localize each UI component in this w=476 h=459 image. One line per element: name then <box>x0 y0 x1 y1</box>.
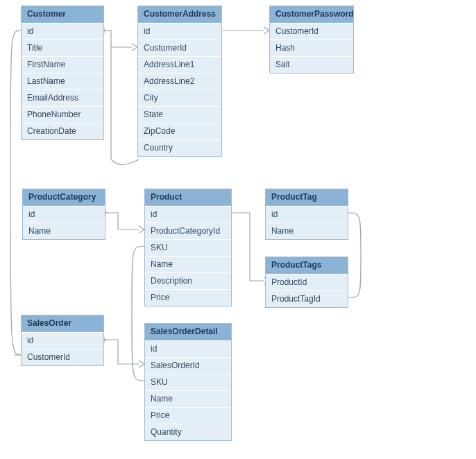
entity-field: id <box>266 206 348 223</box>
entity-field: Hash <box>270 40 353 56</box>
entity-field: id <box>22 332 103 349</box>
entity-field: id <box>145 340 231 357</box>
entity-field: CustomerId <box>22 349 103 365</box>
entity-field: SalesOrderId <box>145 357 231 374</box>
entity-field: Salt <box>270 56 353 73</box>
entity-field: Price <box>145 407 231 424</box>
entity-header: ProductTag <box>266 189 348 206</box>
entity-field: Country <box>138 139 221 156</box>
entity-field: Title <box>22 40 103 56</box>
entity-field: EmailAddress <box>22 89 103 106</box>
entity-field: ProductTagId <box>266 291 348 307</box>
entity-field: CustomerId <box>270 23 353 40</box>
entity-field: SKU <box>145 374 231 390</box>
entity-sales-order: SalesOrder id CustomerId <box>21 315 104 366</box>
entity-field: State <box>138 106 221 123</box>
entity-customer-password: CustomerPassword CustomerId Hash Salt <box>269 6 354 73</box>
entity-header: SalesOrder <box>22 315 103 332</box>
entity-header: Customer <box>22 6 103 23</box>
entity-field: id <box>22 23 103 40</box>
entity-header: ProductCategory <box>23 189 105 206</box>
entity-field: ProductCategoryId <box>145 223 231 239</box>
entity-header: ProductTags <box>266 257 348 274</box>
entity-product-category: ProductCategory id Name <box>22 189 105 240</box>
entity-field: id <box>23 206 105 223</box>
entity-product-tags: ProductTags ProductId ProductTagId <box>265 257 348 308</box>
entity-field: CustomerId <box>138 40 221 56</box>
entity-field: ProductId <box>266 274 348 291</box>
entity-field: Price <box>145 289 231 306</box>
entity-header: SalesOrderDetail <box>145 324 231 340</box>
entity-product-tag: ProductTag id Name <box>265 189 348 240</box>
entity-product: Product id ProductCategoryId SKU Name De… <box>144 189 232 306</box>
entity-header: CustomerPassword <box>270 6 353 23</box>
entity-field: id <box>138 23 221 40</box>
entity-header: CustomerAddress <box>138 6 221 23</box>
entity-field: Description <box>145 272 231 289</box>
entity-field: Name <box>145 256 231 272</box>
entity-field: CreationDate <box>22 123 103 139</box>
entity-customer: Customer id Title FirstName LastName Ema… <box>21 6 104 140</box>
entity-field: City <box>138 89 221 106</box>
entity-field: AddressLine1 <box>138 56 221 73</box>
entity-header: Product <box>145 189 231 206</box>
entity-field: FirstName <box>22 56 103 73</box>
entity-field: Name <box>23 223 105 239</box>
entity-field: id <box>145 206 231 223</box>
entity-customer-address: CustomerAddress id CustomerId AddressLin… <box>137 6 222 157</box>
entity-field: Name <box>266 223 348 239</box>
entity-field: PhoneNumber <box>22 106 103 123</box>
entity-field: AddressLine2 <box>138 73 221 89</box>
entity-field: LastName <box>22 73 103 89</box>
entity-field: Quantity <box>145 424 231 440</box>
entity-sales-order-detail: SalesOrderDetail id SalesOrderId SKU Nam… <box>144 323 232 441</box>
entity-field: ZipCode <box>138 123 221 139</box>
entity-field: Name <box>145 390 231 407</box>
entity-field: SKU <box>145 239 231 256</box>
